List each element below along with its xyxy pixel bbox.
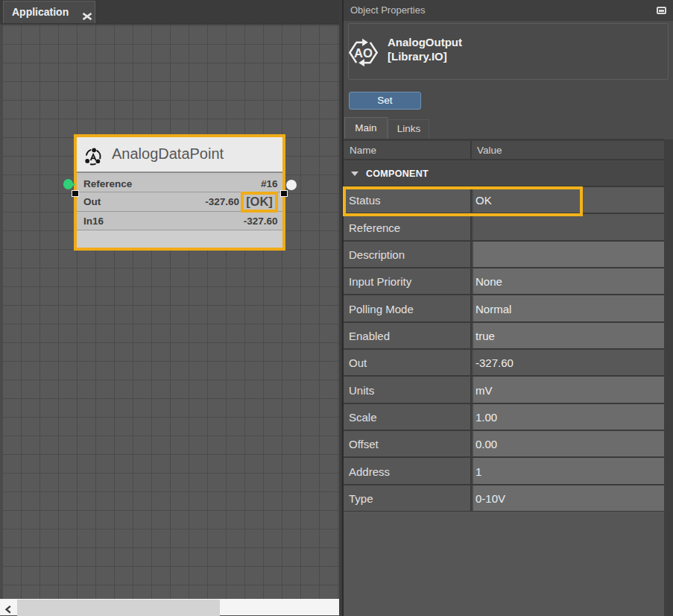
svg-text:AO: AO [354,46,373,60]
